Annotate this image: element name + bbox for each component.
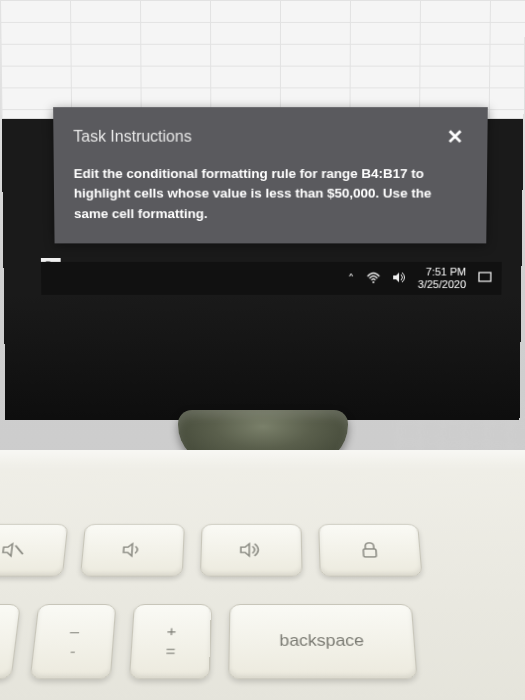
zero-key[interactable]: ) 0 [0,604,21,679]
backspace-label: backspace [279,632,364,649]
volume-down-key[interactable] [80,524,185,577]
notifications-icon[interactable] [478,271,492,286]
minus-key[interactable]: – - [30,604,117,679]
plus-key-lower: = [165,644,175,659]
taskbar-clock[interactable]: 7:51 PM 3/25/2020 [418,266,466,291]
mute-key[interactable] [0,524,68,577]
wifi-icon[interactable] [367,271,381,286]
windows-taskbar: ˄ 7:51 PM 3/25/2020 [41,262,502,295]
clock-date: 3/25/2020 [418,278,466,290]
spreadsheet-grid [0,0,525,118]
minus-key-upper: – [69,624,80,638]
number-key-row: ) 0 – - + = backspace [0,604,418,679]
minus-key-lower: - [69,644,76,659]
svg-rect-1 [479,272,491,281]
svg-line-2 [14,545,24,554]
task-instructions-dialog: Task Instructions ✕ Edit the conditional… [53,107,488,243]
plus-key[interactable]: + = [129,604,212,679]
laptop-screen: Task Instructions ✕ Edit the conditional… [0,0,525,420]
tray-chevron-icon[interactable]: ˄ [348,271,355,286]
function-key-row [0,524,423,577]
dialog-header: Task Instructions ✕ [73,125,468,149]
volume-up-key[interactable] [200,524,303,577]
clock-time: 7:51 PM [418,266,466,278]
dialog-body-text: Edit the conditional formatting rule for… [74,164,468,223]
spreadsheet-background [0,0,525,119]
screen-bezel [4,295,521,420]
lock-key[interactable] [318,524,422,577]
close-icon[interactable]: ✕ [443,125,468,149]
svg-point-0 [372,281,374,283]
keyboard-deck: ) 0 – - + = backspace [0,450,525,700]
svg-rect-3 [363,549,376,557]
backspace-key[interactable]: backspace [228,604,418,679]
dialog-title: Task Instructions [73,128,191,146]
plus-key-upper: + [166,624,176,638]
volume-icon[interactable] [392,271,406,286]
